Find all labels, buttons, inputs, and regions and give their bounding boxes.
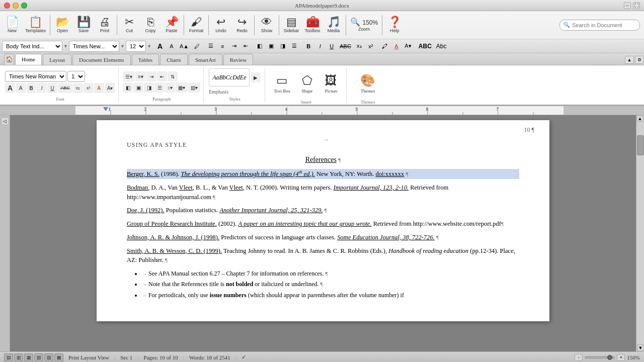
ribbon-color-btn[interactable]: A▾: [105, 83, 116, 93]
font-size-up-btn[interactable]: A▲: [178, 41, 191, 52]
ribbon-bold-btn[interactable]: B: [26, 83, 36, 93]
view-btn-1[interactable]: ▤: [4, 353, 13, 361]
strikethrough-btn[interactable]: ABC: [338, 41, 353, 52]
bullets-btn[interactable]: ☰: [205, 41, 216, 52]
zoom-out-btn[interactable]: -: [575, 354, 583, 361]
scroll-down-btn[interactable]: ▼: [637, 344, 644, 351]
tab-layout[interactable]: Layout: [43, 54, 71, 65]
spellcheck-icon[interactable]: ✓: [242, 354, 246, 360]
search-box[interactable]: 🔍: [559, 20, 640, 31]
align-justify-ribbon-btn[interactable]: ☰: [154, 82, 165, 93]
align-left-ribbon-btn[interactable]: ◧: [123, 82, 133, 93]
font-select[interactable]: Times New...: [69, 41, 119, 52]
cut-button[interactable]: ✂ Cut: [119, 13, 139, 38]
tab-review[interactable]: Review: [223, 54, 254, 65]
font-bg-btn[interactable]: A▾: [403, 41, 414, 52]
superscript-btn[interactable]: x²: [365, 41, 376, 52]
undo-button[interactable]: ↩ Undo: [211, 13, 231, 38]
align-left-btn[interactable]: ◧: [254, 41, 265, 52]
format-button[interactable]: 🖌 Format: [186, 13, 206, 38]
tab-tables[interactable]: Tables: [132, 54, 159, 65]
borders-btn[interactable]: ▦▾: [176, 82, 188, 93]
ribbon-highlight-btn[interactable]: A: [94, 83, 104, 93]
ribbon-font-select[interactable]: Times New Roman: [5, 71, 66, 82]
view-btn-3[interactable]: ▦: [24, 353, 33, 361]
ribbon-underline-btn[interactable]: U: [47, 83, 57, 93]
document-scroll-area[interactable]: 10 ¶ USING APA STYLE → References ¶ Berg…: [10, 115, 636, 351]
toolbox-button[interactable]: 🧰 Toolbox: [302, 13, 323, 38]
ribbon-size-select[interactable]: 12: [67, 71, 85, 82]
zoom-in-btn[interactable]: +: [617, 354, 625, 361]
zoom-slider[interactable]: [585, 356, 615, 359]
ribbon-settings-btn[interactable]: ⚙: [635, 56, 644, 64]
indent-btn[interactable]: ⇥: [228, 41, 239, 52]
font-increase-btn[interactable]: A: [154, 41, 166, 52]
style-next-btn[interactable]: ▶: [251, 72, 261, 82]
picture-btn[interactable]: 🖼 Picture: [320, 68, 342, 99]
font-color-btn[interactable]: A: [391, 41, 402, 52]
ribbon-font-down-btn[interactable]: A: [16, 83, 26, 93]
textbox-btn[interactable]: ▭ Text Box: [270, 68, 294, 99]
scroll-up-btn[interactable]: ▲: [636, 115, 643, 122]
font-color-clear-btn[interactable]: 🖊: [191, 41, 202, 52]
close-button[interactable]: [4, 3, 10, 9]
scroll-thumb[interactable]: [637, 135, 644, 155]
ribbon-collapse-btn[interactable]: ▲: [625, 56, 634, 64]
ribbon-subscript-btn[interactable]: x₂: [73, 83, 83, 93]
italic-btn[interactable]: I: [314, 41, 326, 52]
style-select[interactable]: Body Text Ind...: [2, 41, 62, 52]
size-select[interactable]: 12: [126, 41, 146, 52]
indent-decrease-btn[interactable]: ⇤: [157, 71, 167, 81]
style-sample-emphasis[interactable]: AaBbCcDdEe: [209, 68, 250, 86]
subscript-btn[interactable]: x₂: [354, 41, 365, 52]
right-scrollbar[interactable]: ▲ ▼: [636, 115, 644, 351]
ribbon-italic-btn[interactable]: I: [37, 83, 47, 93]
shading-btn[interactable]: ▧▾: [188, 82, 200, 93]
zoom-button[interactable]: 🔍 150% Zoom: [348, 13, 380, 38]
view-btn-6[interactable]: ▩: [54, 353, 63, 361]
copy-button[interactable]: ⎘ Copy: [140, 13, 160, 38]
indent-increase-btn[interactable]: ⇥: [146, 71, 156, 81]
shape-btn[interactable]: ⬠ Shape: [296, 68, 318, 99]
tab-document-elements[interactable]: Document Elements: [72, 54, 131, 65]
window-fullscreen-btn[interactable]: ⛶: [633, 2, 640, 9]
redo-button[interactable]: ↪ Redo: [232, 13, 252, 38]
media-button[interactable]: 🎵 Media: [324, 13, 344, 38]
number-list-ribbon-btn[interactable]: ≡▾: [135, 71, 146, 81]
align-center-btn[interactable]: ▣: [266, 41, 277, 52]
tab-home[interactable]: Home: [15, 54, 42, 65]
text-style-btn[interactable]: ABC: [417, 41, 434, 52]
minimize-button[interactable]: [13, 3, 19, 9]
tab-smartart[interactable]: SmartArt: [189, 54, 222, 65]
view-btn-5[interactable]: ▨: [44, 353, 53, 361]
outdent-btn[interactable]: ⇤: [240, 41, 251, 52]
highlight-btn[interactable]: 🖍: [379, 41, 390, 52]
maximize-button[interactable]: [21, 3, 27, 9]
ribbon-superscript-btn[interactable]: x²: [84, 83, 94, 93]
open-button[interactable]: 📂 Open: [52, 13, 72, 38]
text-case-btn[interactable]: Abc: [434, 41, 449, 52]
new-button[interactable]: 📄 New: [2, 13, 22, 38]
view-btn-4[interactable]: ▧: [34, 353, 43, 361]
bullets-list-btn[interactable]: ☰▾: [123, 71, 135, 81]
align-right-btn[interactable]: ◨: [277, 41, 288, 52]
align-right-ribbon-btn[interactable]: ◨: [144, 82, 154, 93]
bold-btn[interactable]: B: [303, 41, 314, 52]
sort-btn[interactable]: ⇅: [168, 71, 178, 81]
templates-button[interactable]: 📋 Templates: [23, 13, 48, 38]
help-button[interactable]: ❓ Help: [384, 13, 405, 38]
ribbon-strikethrough-btn[interactable]: ABC: [58, 83, 72, 93]
show-button[interactable]: 👁 Show: [257, 13, 277, 38]
print-button[interactable]: 🖨 Print: [95, 13, 115, 38]
underline-btn[interactable]: U: [326, 41, 337, 52]
align-center-ribbon-btn[interactable]: ▣: [133, 82, 143, 93]
paste-button[interactable]: 📌 Paste: [162, 13, 182, 38]
themes-btn[interactable]: 🎨 Themes: [357, 68, 379, 99]
view-btn-2[interactable]: ▥: [14, 353, 23, 361]
left-panel-toggle[interactable]: ◁: [1, 117, 9, 125]
sidebar-button[interactable]: ▤ Sidebar: [281, 13, 301, 38]
font-decrease-btn[interactable]: A: [166, 41, 177, 52]
line-spacing-btn[interactable]: ↕▾: [165, 82, 175, 93]
home-tab-icon[interactable]: 🏠: [4, 54, 14, 65]
tab-charts[interactable]: Charts: [160, 54, 188, 65]
